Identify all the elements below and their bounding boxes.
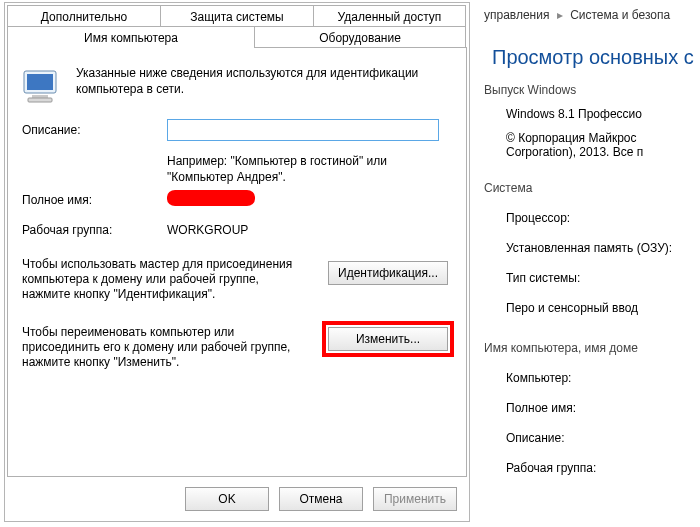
label-full-name: Полное имя: [22,193,92,207]
description-input[interactable] [167,119,439,141]
label-system-type: Тип системы: [506,271,700,285]
breadcrumb[interactable]: управления ▸ Система и безопа [484,8,700,22]
label-workgroup: Рабочая группа: [22,223,112,237]
label-description: Описание: [22,123,81,137]
label-processor: Процессор: [506,211,700,225]
tab-additional[interactable]: Дополнительно [7,5,161,27]
cancel-button[interactable]: Отмена [279,487,363,511]
label-full-name-right: Полное имя: [506,401,700,415]
label-installed-ram: Установленная память (ОЗУ): [506,241,696,255]
group-computer-name: Имя компьютера, имя доме [484,341,700,355]
tab-system-protection[interactable]: Защита системы [160,5,314,27]
fade-edge [670,0,700,527]
dialog-button-bar: OK Отмена Применить [7,483,467,515]
change-button[interactable]: Изменить... [328,327,448,351]
wizard-help-text: Чтобы использовать мастер для присоедине… [22,257,302,302]
control-panel-background: управления ▸ Система и безопа Просмотр о… [478,0,700,527]
svg-rect-3 [28,98,52,102]
tab-remote-access[interactable]: Удаленный доступ [313,5,466,27]
page-title: Просмотр основных с [492,46,700,69]
intro-text: Указанные ниже сведения используются для… [76,65,448,97]
rename-help-text: Чтобы переименовать компьютер или присое… [22,325,302,370]
label-pen-touch: Перо и сенсорный ввод [506,301,700,315]
breadcrumb-part-control-panel[interactable]: управления [484,8,549,22]
apply-button[interactable]: Применить [373,487,457,511]
full-name-redacted [167,190,255,206]
description-hint: Например: "Компьютер в гостиной" или "Ко… [167,153,448,185]
computer-icon [22,67,66,107]
svg-rect-1 [27,74,53,90]
tab-hardware[interactable]: Оборудование [254,26,466,48]
label-computer: Компьютер: [506,371,700,385]
group-system: Система [484,181,700,195]
chevron-right-icon: ▸ [557,8,563,22]
windows-copyright: © Корпорация Майкрос Corporation), 2013.… [506,131,700,159]
label-description-right: Описание: [506,431,700,445]
system-properties-dialog: Дополнительно Защита системы Удаленный д… [4,2,470,522]
breadcrumb-part-system-security[interactable]: Система и безопа [570,8,670,22]
windows-edition-value: Windows 8.1 Профессио [506,107,700,121]
identify-button[interactable]: Идентификация... [328,261,448,285]
ok-button[interactable]: OK [185,487,269,511]
tab-panel-computer-name: Указанные ниже сведения используются для… [7,47,467,477]
label-workgroup-right: Рабочая группа: [506,461,700,475]
workgroup-value: WORKGROUP [167,223,248,237]
group-windows-edition: Выпуск Windows [484,83,700,97]
tab-computer-name[interactable]: Имя компьютера [7,26,255,48]
